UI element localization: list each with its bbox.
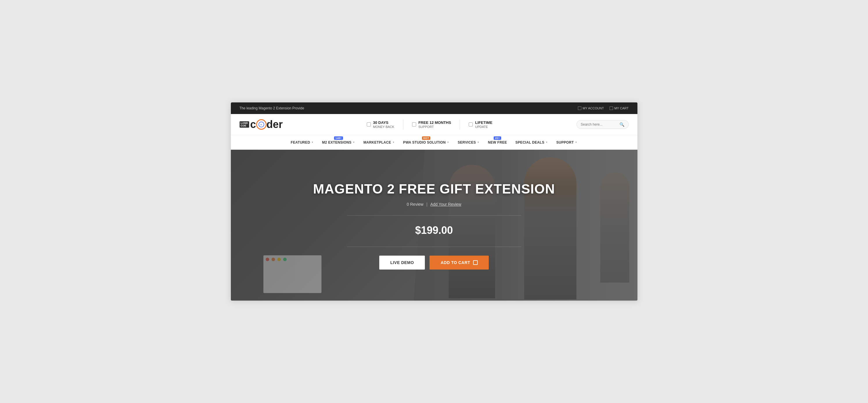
support-icon: [412, 123, 416, 127]
page-wrapper: The leading Magento 2 Extension Provide …: [231, 102, 638, 301]
reviews-divider: |: [426, 202, 428, 207]
logo-der: der: [267, 119, 283, 131]
hero-title: MAGENTO 2 FREE GIFT EXTENSION: [313, 181, 555, 197]
my-account-link[interactable]: MY ACCOUNT: [578, 106, 604, 110]
logo[interactable]: LAND COE c ›‹ der: [240, 119, 283, 131]
feature-lifetime: LIFETIME UPDATE: [469, 121, 492, 129]
hero-whiteboard: [264, 255, 321, 293]
hero-separator-top: [347, 215, 521, 215]
tagline: The leading Magento 2 Extension Provide: [240, 106, 304, 110]
live-demo-button[interactable]: LIVE DEMO: [379, 256, 425, 270]
new-free-badge: 20+: [494, 136, 501, 140]
services-arrow: ▼: [477, 141, 479, 144]
special-deals-arrow: ▼: [546, 141, 548, 144]
top-bar-actions: MY ACCOUNT MY CART: [578, 106, 628, 110]
dot-orange: [272, 258, 275, 261]
marketplace-arrow: ▼: [392, 141, 395, 144]
hero-buttons: LIVE DEMO ADD TO CART: [313, 256, 555, 270]
nav-new-free[interactable]: 20+ NEW FREE: [485, 135, 510, 149]
search-input[interactable]: [581, 123, 619, 127]
nav-special-deals[interactable]: SPECIAL DEALS ▼: [512, 135, 552, 149]
pwa-studio-arrow: ▼: [447, 141, 449, 144]
hero-price: $199.00: [313, 224, 555, 236]
search-button[interactable]: 🔍: [619, 122, 624, 127]
nav-marketplace[interactable]: MARKETPLACE ▼: [360, 135, 398, 149]
hero-reviews: 0 Review | Add Your Review: [313, 202, 555, 207]
search-box[interactable]: 🔍: [577, 120, 629, 129]
feature-divider-2: [460, 120, 460, 130]
cart-icon-btn: [473, 260, 478, 265]
review-count: 0 Review: [407, 202, 424, 207]
nav-support[interactable]: SUPPORT ▼: [553, 135, 581, 149]
add-review-link[interactable]: Add Your Review: [430, 202, 461, 207]
header-features: 30 DAYS MONEY BACK FREE 12 MONTHS SUPPOR…: [367, 120, 493, 130]
lifetime-icon: [469, 123, 473, 127]
money-back-icon: [367, 123, 371, 127]
m2-extensions-arrow: ▼: [352, 141, 355, 144]
nav-featured[interactable]: FEATURED ▼: [287, 135, 317, 149]
account-icon: [578, 106, 581, 110]
hero-content: MAGENTO 2 FREE GIFT EXTENSION 0 Review |…: [313, 181, 555, 270]
cart-icon: [610, 106, 613, 110]
m2-extensions-badge: 148+: [334, 136, 343, 140]
nav-bar: FEATURED ▼ 148+ M2 EXTENSIONS ▼ MARKETPL…: [231, 135, 638, 150]
my-cart-link[interactable]: MY CART: [610, 106, 628, 110]
feature-money-back: 30 DAYS MONEY BACK: [367, 121, 394, 129]
pwa-studio-badge: HOT: [422, 136, 431, 140]
feature-divider-1: [403, 120, 403, 130]
nav-services[interactable]: SERVICES ▼: [454, 135, 483, 149]
hero-section: MAGENTO 2 FREE GIFT EXTENSION 0 Review |…: [231, 150, 638, 301]
logo-c: c: [250, 119, 256, 131]
nav-m2-extensions[interactable]: 148+ M2 EXTENSIONS ▼: [318, 135, 358, 149]
nav-pwa-studio[interactable]: HOT PWA STUDIO SOLUTION ▼: [400, 135, 453, 149]
support-arrow: ▼: [575, 141, 577, 144]
logo-land-label: LAND COE: [240, 121, 249, 128]
feature-support: FREE 12 MONTHS SUPPORT: [412, 121, 451, 129]
featured-arrow: ▼: [311, 141, 314, 144]
add-to-cart-button[interactable]: ADD TO CART: [430, 256, 489, 270]
dot-yellow: [277, 258, 281, 261]
top-bar: The leading Magento 2 Extension Provide …: [231, 102, 638, 114]
header: LAND COE c ›‹ der 30 DAYS MONEY BACK: [231, 114, 638, 135]
dot-red: [266, 258, 269, 261]
dot-green: [283, 258, 287, 261]
logo-o-circle: ›‹: [256, 119, 267, 130]
